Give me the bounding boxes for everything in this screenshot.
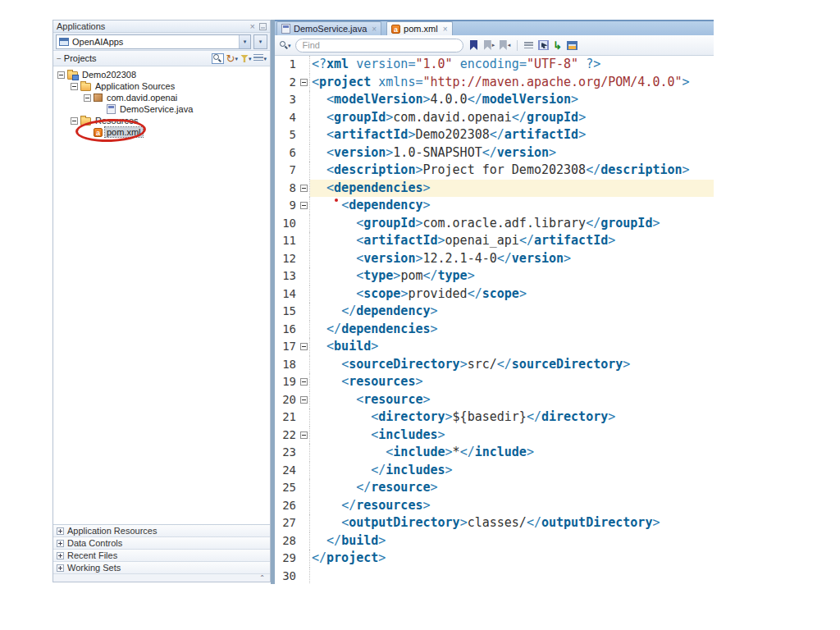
fold-column	[298, 356, 310, 374]
code-text: <groupId>com.oracle.adf.library</groupId…	[310, 215, 714, 233]
editor-tab-demoservice-java[interactable]: DemoService.java×	[276, 21, 381, 35]
fold-column	[298, 74, 310, 92]
outline-lines-icon[interactable]	[523, 39, 536, 52]
code-line-25[interactable]: 25 </resource>	[275, 479, 714, 497]
expand-plus-icon[interactable]	[57, 527, 64, 535]
accordion-item-data-controls[interactable]: Data Controls	[53, 537, 270, 550]
editor-tab-pom-xml[interactable]: apom.xml×	[386, 21, 452, 35]
find-input[interactable]	[303, 40, 456, 50]
accordion-item-recent-files[interactable]: Recent Files	[53, 550, 270, 562]
fold-toggle-icon[interactable]	[300, 343, 308, 350]
package-icon	[94, 94, 103, 102]
select-tool-icon[interactable]	[538, 40, 549, 50]
applications-panel: Applications × OpenAIApps ▾ ▾ − Projects…	[52, 20, 271, 582]
code-line-28[interactable]: 28 </build>	[275, 532, 714, 550]
bookmark-icon[interactable]	[468, 39, 481, 52]
code-line-16[interactable]: 16 </dependencies>	[275, 321, 714, 339]
jdeveloper-window: Applications × OpenAIApps ▾ ▾ − Projects…	[0, 0, 840, 630]
code-line-15[interactable]: 15 </dependency>	[275, 303, 714, 321]
panel-minimize-icon[interactable]	[259, 23, 267, 30]
fold-toggle-icon[interactable]	[300, 79, 308, 86]
code-line-2[interactable]: 2<project xmlns="http://maven.apache.org…	[275, 74, 714, 92]
code-line-23[interactable]: 23 <include>*</include>	[275, 444, 714, 462]
code-line-7[interactable]: 7 <description>Project for Demo202308</d…	[275, 162, 714, 180]
code-line-20[interactable]: 20 <resource>	[275, 391, 714, 409]
code-text: <includes>	[310, 427, 714, 445]
code-line-14[interactable]: 14 <scope>provided</scope>	[275, 285, 714, 304]
code-line-1[interactable]: 1<?xml version="1.0" encoding="UTF-8" ?>	[275, 56, 714, 74]
line-number: 22	[275, 427, 298, 445]
editor-preferences-icon[interactable]	[567, 41, 578, 50]
editor-toolbar: ▾ ↳	[275, 35, 714, 56]
accordion-scroll-strip[interactable]: ⌃	[53, 574, 270, 582]
code-line-29[interactable]: 29</project>	[275, 550, 714, 568]
expand-plus-icon[interactable]	[57, 540, 64, 547]
accordion-item-working-sets[interactable]: Working Sets	[53, 562, 270, 574]
code-line-19[interactable]: 19 <resources>	[275, 373, 714, 391]
application-selector-dropdown[interactable]: ▾	[239, 35, 250, 48]
tree-expander-icon[interactable]	[71, 117, 78, 125]
code-line-5[interactable]: 5 <artifactId>Demo202308</artifactId>	[275, 126, 714, 144]
bookmark-prev-icon[interactable]	[499, 39, 512, 52]
scroll-up-icon[interactable]: ⌃	[259, 575, 265, 582]
fold-column	[298, 56, 310, 74]
code-line-3[interactable]: 3 <modelVersion>4.0.0</modelVersion>	[275, 91, 714, 109]
code-line-6[interactable]: 6 <version>1.0-SNAPSHOT</version>	[275, 144, 714, 162]
tab-close-icon[interactable]: ×	[443, 25, 448, 34]
code-line-24[interactable]: 24 </includes>	[275, 462, 714, 480]
refresh-icon[interactable]: ↻▾	[226, 53, 238, 64]
find-field	[295, 39, 463, 52]
fold-toggle-icon[interactable]	[300, 202, 308, 209]
find-options-icon[interactable]: ▾	[280, 41, 291, 49]
code-line-26[interactable]: 26 </resources>	[275, 497, 714, 515]
tree-expander-icon[interactable]	[84, 94, 91, 102]
fold-column	[298, 409, 310, 427]
tree-item-application-sources[interactable]: Application Sources	[53, 80, 270, 92]
tab-close-icon[interactable]: ×	[372, 25, 377, 34]
tree-item-demoservice-java[interactable]: DemoService.java	[53, 103, 270, 115]
application-selector[interactable]: OpenAIApps ▾	[56, 34, 251, 49]
code-line-18[interactable]: 18 <sourceDirectory>src/</sourceDirector…	[275, 356, 714, 374]
code-line-17[interactable]: 17 <build>	[275, 338, 714, 356]
tree-item-demo202308[interactable]: Demo202308	[53, 69, 270, 80]
code-line-27[interactable]: 27 <outputDirectory>classes/</outputDire…	[275, 514, 714, 532]
expand-plus-icon[interactable]	[57, 552, 64, 559]
fold-toggle-icon[interactable]	[300, 396, 308, 404]
panel-close-icon[interactable]: ×	[250, 22, 255, 31]
code-line-22[interactable]: 22 <includes>	[275, 427, 714, 445]
tree-expander-icon[interactable]	[57, 71, 65, 79]
tree-expander-icon[interactable]	[71, 83, 78, 90]
accordion-item-application-resources[interactable]: Application Resources	[53, 525, 270, 537]
fold-toggle-icon[interactable]	[300, 431, 308, 439]
tree-item-resources[interactable]: Resources	[53, 115, 270, 126]
fold-toggle-icon[interactable]	[300, 185, 308, 192]
expand-plus-icon[interactable]	[57, 564, 64, 572]
fold-toggle-icon[interactable]	[300, 378, 308, 386]
code-line-10[interactable]: 10 <groupId>com.oracle.adf.library</grou…	[275, 215, 714, 233]
line-number: 10	[275, 215, 298, 233]
search-icon[interactable]	[212, 53, 224, 64]
code-line-8[interactable]: 8 <dependencies>	[275, 180, 714, 198]
tree-item-label: pom.xml	[105, 127, 143, 137]
code-text	[310, 568, 714, 585]
tree-options-icon[interactable]: ▾	[253, 54, 267, 62]
accordion-label: Recent Files	[67, 550, 117, 560]
filter-icon[interactable]: ▾	[240, 55, 252, 62]
code-line-12[interactable]: 12 <version>12.2.1-4-0</version>	[275, 250, 714, 268]
code-line-9[interactable]: 9 <dependency>	[275, 197, 714, 215]
code-line-4[interactable]: 4 <groupId>com.david.openai</groupId>	[275, 109, 714, 127]
code-text: <build>	[310, 338, 714, 356]
fold-column	[298, 144, 310, 162]
tree-item-com-david-openai[interactable]: com.david.openai	[53, 92, 270, 103]
tree-item-pom-xml[interactable]: apom.xml	[53, 126, 270, 138]
code-line-13[interactable]: 13 <type>pom</type>	[275, 267, 714, 285]
application-menu-button[interactable]: ▾	[253, 34, 267, 49]
line-number: 8	[275, 180, 298, 198]
code-line-11[interactable]: 11 <artifactId>openai_api</artifactId>	[275, 232, 714, 250]
code-line-30[interactable]: 30	[275, 568, 714, 585]
code-line-21[interactable]: 21 <directory>${basedir}</directory>	[275, 409, 714, 427]
jump-to-source-icon[interactable]: ↳	[551, 39, 564, 52]
projects-collapse-icon[interactable]: −	[57, 54, 62, 63]
bookmark-next-icon[interactable]	[483, 39, 496, 52]
line-number: 21	[275, 409, 298, 427]
